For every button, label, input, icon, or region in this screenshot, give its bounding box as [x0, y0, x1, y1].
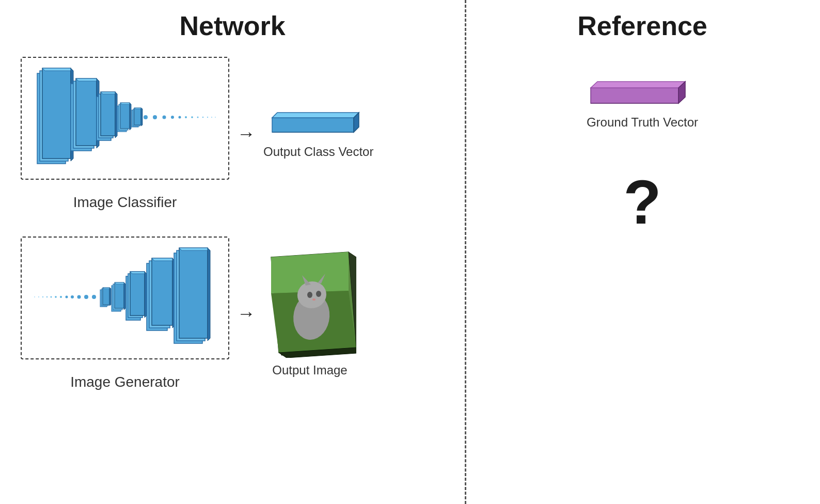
svg-point-36 — [215, 117, 216, 118]
svg-point-33 — [202, 117, 204, 118]
svg-rect-17 — [120, 103, 130, 129]
generator-nn-diagram — [32, 245, 218, 349]
reference-top-section: Ground Truth Vector — [586, 77, 699, 130]
svg-marker-24 — [141, 108, 143, 126]
svg-point-28 — [171, 116, 174, 119]
svg-point-27 — [163, 116, 166, 119]
svg-marker-38 — [272, 113, 359, 118]
output-image-section: Output Image — [263, 249, 356, 377]
output-class-vector-section: Output Class Vector — [263, 108, 373, 159]
reference-title: Reference — [485, 10, 799, 41]
svg-marker-66 — [130, 272, 147, 274]
svg-point-41 — [34, 296, 35, 297]
svg-marker-76 — [179, 248, 210, 250]
svg-rect-65 — [130, 272, 145, 316]
generator-box-group: Image Generator — [21, 237, 229, 390]
svg-marker-3 — [42, 68, 73, 71]
svg-point-32 — [197, 117, 199, 118]
svg-rect-12 — [101, 92, 115, 136]
main-container: Network — [0, 0, 820, 504]
svg-marker-71 — [152, 258, 175, 261]
network-content: Image Classifier → — [21, 57, 444, 401]
reference-bottom-section: ? — [623, 171, 661, 233]
svg-rect-92 — [591, 88, 679, 103]
generator-row: Image Generator → — [21, 237, 444, 390]
question-mark: ? — [623, 171, 661, 233]
svg-marker-13 — [101, 92, 117, 94]
ground-truth-label: Ground Truth Vector — [587, 115, 698, 130]
ground-truth-vector-diagram — [586, 77, 699, 111]
network-panel: Network — [0, 0, 465, 504]
svg-point-45 — [51, 296, 52, 298]
classifier-label: Image Classifier — [73, 194, 177, 211]
svg-point-43 — [42, 296, 43, 297]
svg-point-30 — [185, 116, 187, 118]
svg-point-52 — [92, 295, 96, 299]
svg-point-51 — [84, 295, 88, 299]
svg-point-25 — [144, 115, 148, 119]
svg-point-42 — [38, 296, 39, 297]
svg-point-89 — [312, 298, 316, 301]
svg-point-46 — [55, 296, 57, 298]
svg-rect-70 — [152, 258, 172, 325]
svg-point-44 — [46, 296, 48, 298]
reference-panel: Reference Ground Truth Vector ? — [465, 0, 820, 504]
generator-box — [21, 237, 229, 359]
network-title: Network — [21, 10, 444, 41]
svg-point-88 — [316, 291, 321, 297]
classifier-box-group: Image Classifier — [21, 57, 229, 211]
classifier-row: Image Classifier → — [21, 57, 444, 211]
generator-label: Image Generator — [70, 374, 180, 390]
output-image-diagram — [263, 249, 356, 358]
svg-marker-14 — [115, 92, 117, 138]
svg-point-47 — [60, 296, 62, 298]
svg-point-50 — [77, 295, 81, 299]
output-image-label: Output Image — [272, 363, 347, 377]
generator-arrow: → — [237, 304, 256, 323]
svg-marker-19 — [130, 103, 131, 130]
svg-point-48 — [66, 296, 68, 298]
svg-rect-2 — [42, 68, 71, 159]
svg-marker-77 — [208, 248, 210, 341]
svg-rect-22 — [134, 108, 141, 125]
svg-rect-60 — [115, 282, 124, 308]
svg-rect-55 — [103, 288, 109, 305]
svg-rect-37 — [272, 118, 354, 132]
svg-point-35 — [211, 117, 212, 118]
svg-point-34 — [207, 117, 208, 118]
svg-point-49 — [71, 295, 74, 298]
svg-marker-8 — [76, 78, 99, 81]
svg-point-29 — [179, 116, 181, 119]
svg-point-26 — [153, 115, 157, 119]
classifier-nn-diagram — [32, 66, 218, 169]
output-class-vector-label: Output Class Vector — [263, 145, 373, 159]
classifier-arrow: → — [237, 124, 256, 143]
svg-marker-62 — [124, 282, 125, 310]
output-class-vector-diagram — [267, 108, 370, 139]
svg-point-31 — [191, 116, 193, 118]
svg-marker-57 — [109, 288, 111, 306]
svg-rect-7 — [76, 78, 97, 146]
svg-rect-75 — [179, 248, 208, 338]
classifier-box — [21, 57, 229, 180]
svg-marker-93 — [591, 82, 685, 88]
svg-point-87 — [307, 292, 312, 298]
